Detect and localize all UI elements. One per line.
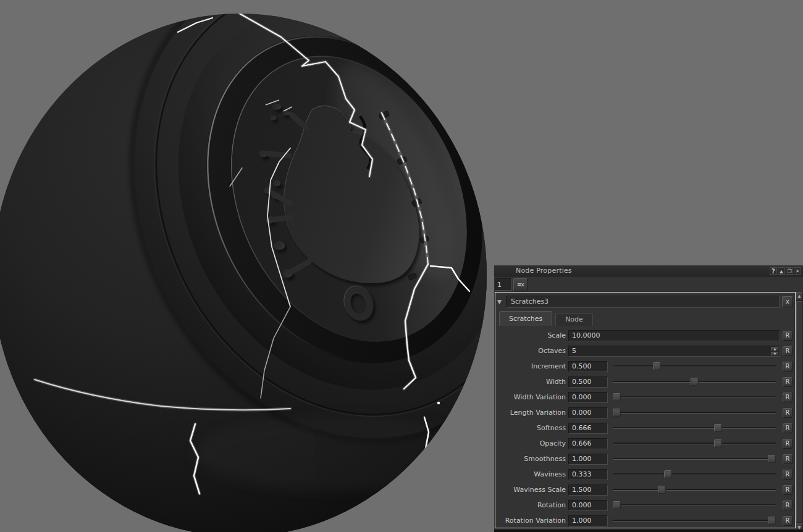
- tab-node[interactable]: Node: [555, 313, 593, 326]
- param-label: Width: [499, 378, 566, 386]
- slider-track[interactable]: [613, 458, 776, 460]
- slider-handle[interactable]: [653, 362, 661, 370]
- reset-button[interactable]: R: [783, 423, 792, 433]
- param-label: Waviness: [499, 470, 566, 478]
- param-slider[interactable]: [613, 393, 776, 402]
- slider-handle[interactable]: [768, 517, 776, 525]
- reset-button[interactable]: R: [783, 408, 792, 418]
- param-label: Rotation: [499, 501, 566, 509]
- reset-button[interactable]: R: [783, 439, 792, 449]
- slider-handle[interactable]: [658, 486, 666, 494]
- param-value-input[interactable]: [568, 407, 608, 418]
- node-header: ▼ Scratches3 x: [497, 296, 793, 308]
- param-label: Scale: [499, 331, 566, 339]
- slider-track[interactable]: [613, 412, 776, 414]
- param-row-rotation-variation: Rotation VariationR: [495, 513, 795, 528]
- param-slider[interactable]: [613, 362, 776, 371]
- param-value-input[interactable]: [568, 376, 608, 388]
- slider-track[interactable]: [613, 443, 776, 444]
- reset-button[interactable]: R: [783, 516, 792, 526]
- reset-button[interactable]: R: [783, 331, 792, 341]
- window-title: Node Properties: [516, 267, 572, 275]
- slider-track[interactable]: [613, 489, 776, 491]
- param-value-input[interactable]: [568, 423, 608, 434]
- slider-handle[interactable]: [691, 378, 699, 386]
- panel-scrollbar[interactable]: ▲ ▼: [796, 292, 803, 532]
- slider-handle[interactable]: [613, 393, 621, 401]
- param-label: Increment: [499, 362, 566, 370]
- param-rows: ScaleROctaves▲▼RIncrementRWidthRWidth Va…: [495, 326, 795, 528]
- param-slider[interactable]: [613, 501, 776, 510]
- param-value-input[interactable]: [568, 438, 608, 449]
- slider-track[interactable]: [613, 427, 776, 429]
- reset-button[interactable]: R: [783, 346, 792, 356]
- param-label: Width Variation: [499, 393, 566, 401]
- param-row-softness: SoftnessR: [495, 420, 795, 436]
- reset-button[interactable]: R: [783, 485, 792, 495]
- node-name-field[interactable]: Scratches3: [506, 296, 780, 308]
- param-slider[interactable]: [613, 516, 776, 525]
- reset-button[interactable]: R: [783, 454, 792, 464]
- reset-button[interactable]: R: [783, 501, 792, 510]
- param-value-input[interactable]: [568, 515, 608, 526]
- param-value-input[interactable]: [568, 454, 608, 465]
- reset-button[interactable]: R: [783, 362, 792, 372]
- param-value-input[interactable]: [568, 500, 608, 511]
- slider-handle[interactable]: [714, 424, 722, 432]
- spinner-up-icon[interactable]: ▲: [771, 347, 779, 351]
- param-slider[interactable]: [613, 485, 776, 494]
- param-value-input[interactable]: [568, 392, 608, 403]
- slider-handle[interactable]: [768, 455, 776, 463]
- reset-button[interactable]: R: [783, 470, 792, 480]
- param-label: Octaves: [499, 347, 566, 355]
- remove-node-button[interactable]: x: [782, 296, 793, 307]
- param-row-smoothness: SmoothnessR: [495, 451, 795, 467]
- help-icon[interactable]: ?: [770, 267, 777, 275]
- param-slider[interactable]: [613, 408, 776, 417]
- reset-button[interactable]: R: [783, 377, 792, 387]
- slider-handle[interactable]: [664, 470, 672, 478]
- param-value-input[interactable]: [568, 469, 608, 480]
- slider-track[interactable]: [613, 473, 776, 475]
- param-row-scale: ScaleR: [495, 328, 795, 343]
- param-slider[interactable]: [613, 439, 776, 448]
- slider-track[interactable]: [613, 520, 776, 522]
- slider-handle[interactable]: [613, 409, 621, 417]
- slider-handle[interactable]: [613, 501, 621, 509]
- param-row-length-variation: Length VariationR: [495, 405, 795, 420]
- node-properties-window: Node Properties ? ▲ ❐ ✕ ≡x ▼ Scratches3 …: [494, 265, 803, 532]
- index-input[interactable]: [495, 278, 511, 291]
- param-value-input[interactable]: [568, 484, 608, 496]
- param-row-rotation: RotationR: [495, 497, 795, 513]
- param-row-waviness-scale: Waviness ScaleR: [495, 482, 795, 497]
- param-slider[interactable]: [613, 423, 776, 433]
- scrollbar-thumb[interactable]: [796, 301, 802, 523]
- scroll-up-icon[interactable]: ▲: [796, 292, 803, 301]
- tab-scratches[interactable]: Scratches: [499, 311, 552, 326]
- param-value-input[interactable]: [568, 330, 780, 341]
- close-icon[interactable]: ✕: [794, 267, 801, 275]
- collapse-triangle-icon[interactable]: ▼: [497, 299, 503, 305]
- spinner-down-icon[interactable]: ▼: [771, 352, 779, 356]
- param-row-waviness: WavinessR: [495, 467, 795, 482]
- lines-x-icon: ≡x: [517, 281, 524, 288]
- pin-icon[interactable]: ▲: [778, 267, 785, 275]
- spinner-control: ▲▼: [771, 347, 779, 355]
- index-action-button[interactable]: ≡x: [513, 278, 528, 291]
- param-slider[interactable]: [613, 377, 776, 386]
- reset-button[interactable]: R: [783, 393, 792, 402]
- param-row-width-variation: Width VariationR: [495, 389, 795, 405]
- param-value-input[interactable]: [568, 346, 780, 357]
- slider-track[interactable]: [613, 396, 776, 398]
- slider-track[interactable]: [613, 365, 776, 367]
- titlebar[interactable]: Node Properties ? ▲ ❐ ✕: [494, 265, 803, 276]
- param-slider[interactable]: [613, 454, 776, 463]
- param-value-input[interactable]: [568, 361, 608, 372]
- restore-icon[interactable]: ❐: [786, 267, 793, 275]
- param-label: Rotation Variation: [499, 517, 566, 525]
- param-row-increment: IncrementR: [495, 359, 795, 374]
- slider-track[interactable]: [613, 504, 776, 506]
- slider-handle[interactable]: [714, 439, 722, 447]
- param-slider[interactable]: [613, 470, 776, 479]
- panel-bottom-edge: [494, 530, 803, 532]
